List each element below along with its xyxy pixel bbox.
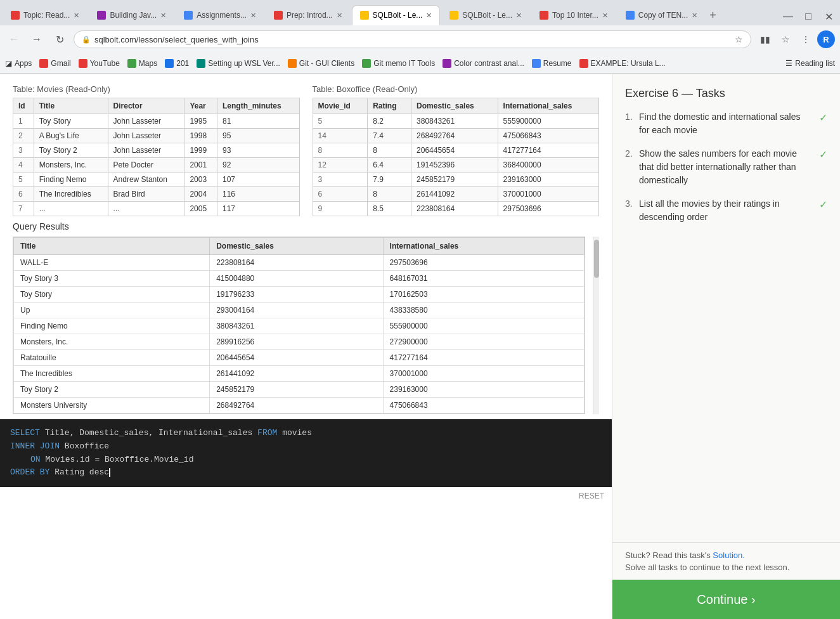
table-cell: John Lasseter [108, 143, 184, 158]
tab-sqlbolt2[interactable]: SQLBolt - Le... ✕ [441, 5, 530, 25]
table-cell: 1 [13, 114, 34, 129]
bookmark-maps[interactable]: Maps [127, 59, 157, 68]
table-cell: 555900000 [498, 114, 598, 129]
table-cell: Pete Docter [108, 158, 184, 173]
tab-close-prep[interactable]: ✕ [337, 11, 342, 20]
table-cell: 117 [217, 202, 300, 216]
movies-table-container: Table: Movies (Read-Only) Id Title Direc… [13, 79, 300, 216]
minimize-button[interactable]: — [779, 8, 797, 25]
table-cell: Toy Story 2 [14, 382, 210, 398]
solution-link[interactable]: Solution. [713, 551, 745, 560]
tab-close-copyoften[interactable]: ✕ [692, 11, 697, 20]
task-2: 2. Show the sales numbers for each movie… [625, 147, 827, 187]
bookmark-contrast[interactable]: Color contrast anal... [443, 59, 524, 68]
result-col-international: International_sales [383, 238, 584, 255]
bookmark-apps[interactable]: ◪ Apps [5, 59, 32, 68]
tab-close-sqlbolt-active[interactable]: ✕ [426, 11, 432, 20]
task-1-check: ✓ [819, 110, 827, 126]
table-cell: 289916256 [210, 334, 383, 350]
task-3-text: List all the movies by their ratings in … [639, 197, 811, 224]
bookmark-label-201: 201 [176, 59, 189, 68]
boxoffice-table: Movie_id Rating Domestic_sales Internati… [313, 98, 600, 216]
star-bookmark-button[interactable]: ☆ [777, 30, 794, 48]
tab-topic[interactable]: Topic: Read... ✕ [3, 5, 87, 25]
bookmark-label-resume: Resume [543, 59, 572, 68]
query-results-section: Query Results Title Domestic_sales Inter… [0, 216, 612, 419]
table-cell: 6 [13, 187, 34, 202]
table-cell: Andrew Stanton [108, 173, 184, 187]
table-cell: 223808164 [411, 202, 498, 216]
table-cell: Ratatouille [14, 350, 210, 366]
tab-favicon-sqlbolt-active [360, 11, 369, 20]
bookmark-label-wsl: Setting up WSL Ver... [208, 59, 280, 68]
maximize-button[interactable]: □ [799, 8, 817, 25]
new-tab-button[interactable]: + [709, 5, 716, 25]
continue-button[interactable]: Continue › [612, 580, 840, 619]
sql-line1: SELECT Title, Domestic_sales, Internatio… [10, 427, 602, 440]
table-cell: 170162503 [383, 287, 584, 303]
gmail-favicon [39, 59, 48, 68]
forward-button[interactable]: → [28, 30, 46, 48]
table-cell: Toy Story [34, 114, 108, 129]
tab-close-topic[interactable]: ✕ [74, 11, 79, 20]
bookmark-gitmemo[interactable]: Git memo IT Tools [362, 59, 435, 68]
bookmark-example[interactable]: EXAMPLE: Ursula L... [579, 59, 666, 68]
tab-top10[interactable]: Top 10 Inter... ✕ [531, 5, 616, 25]
bookmark-git[interactable]: Git - GUI Clients [288, 59, 354, 68]
task-2-text: Show the sales numbers for each movie th… [639, 147, 811, 187]
tab-copyoften[interactable]: Copy of TEN... ✕ [617, 5, 706, 25]
table-cell: 223808164 [210, 255, 383, 271]
table-cell: 8 [368, 187, 411, 202]
bookmark-label-git: Git - GUI Clients [299, 59, 354, 68]
profile-button[interactable]: R [817, 30, 835, 48]
close-window-button[interactable]: ✕ [820, 8, 837, 25]
table-cell: 5 [13, 173, 34, 187]
tab-close-top10[interactable]: ✕ [602, 11, 608, 20]
tab-close-buildingjava[interactable]: ✕ [160, 11, 166, 20]
tab-sqlbolt-active[interactable]: SQLBolt - Le... ✕ [352, 5, 441, 25]
reading-list[interactable]: ☰ Reading list [785, 59, 835, 68]
url-text: sqlbolt.com/lesson/select_queries_with_j… [94, 35, 731, 44]
task-2-num: 2. [625, 147, 634, 160]
table-cell: Brad Bird [108, 187, 184, 202]
table-row: 88206445654417277164 [313, 143, 599, 158]
tab-close-sqlbolt2[interactable]: ✕ [516, 11, 522, 20]
sql-editor[interactable]: SELECT Title, Domestic_sales, Internatio… [0, 419, 612, 487]
bookmark-url-icon[interactable]: ☆ [735, 34, 743, 44]
results-scrollbar[interactable] [593, 237, 599, 414]
more-options-button[interactable]: ⋮ [797, 30, 815, 48]
tab-assignments[interactable]: Assignments... ✕ [176, 5, 264, 25]
bookmark-wsl[interactable]: Setting up WSL Ver... [197, 59, 280, 68]
list-item: Toy Story 3415004880648167031 [14, 271, 585, 287]
reset-button[interactable]: RESET [579, 492, 604, 500]
back-button[interactable]: ← [5, 30, 23, 48]
table-cell: 14 [313, 129, 368, 143]
tab-buildingjava[interactable]: Building Jav... ✕ [89, 5, 174, 25]
bookmark-gmail[interactable]: Gmail [39, 59, 70, 68]
bookmark-201[interactable]: 201 [165, 59, 189, 68]
table-row: 147.4268492764475066843 [313, 129, 599, 143]
table-cell: 475066843 [498, 129, 598, 143]
extensions-button[interactable]: ▮▮ [756, 30, 774, 48]
bookmark-resume[interactable]: Resume [532, 59, 572, 68]
tab-favicon-buildingjava [97, 11, 106, 20]
table-cell: 268492764 [210, 398, 383, 414]
url-actions: ☆ [735, 34, 743, 44]
table-cell: A Bug's Life [34, 129, 108, 143]
tab-favicon-prep [274, 11, 283, 20]
reload-button[interactable]: ↻ [51, 30, 68, 48]
tab-prep[interactable]: Prep: Introd... ✕ [266, 5, 351, 25]
results-scroll[interactable]: Title Domestic_sales International_sales… [13, 237, 585, 414]
reset-section: RESET [0, 487, 612, 504]
tab-favicon-top10 [540, 11, 548, 20]
url-bar[interactable]: 🔒 sqlbolt.com/lesson/select_queries_with… [74, 30, 751, 48]
git-favicon [288, 59, 297, 68]
page-content: Table: Movies (Read-Only) Id Title Direc… [0, 74, 612, 619]
tab-close-assignments[interactable]: ✕ [250, 11, 256, 20]
maps-favicon [127, 59, 136, 68]
task-3-num: 3. [625, 197, 634, 211]
bookmark-youtube[interactable]: YouTube [79, 59, 120, 68]
table-cell: 1999 [184, 143, 217, 158]
table-row: 4Monsters, Inc.Pete Docter200192 [13, 158, 300, 173]
table-cell: 380843261 [411, 114, 498, 129]
